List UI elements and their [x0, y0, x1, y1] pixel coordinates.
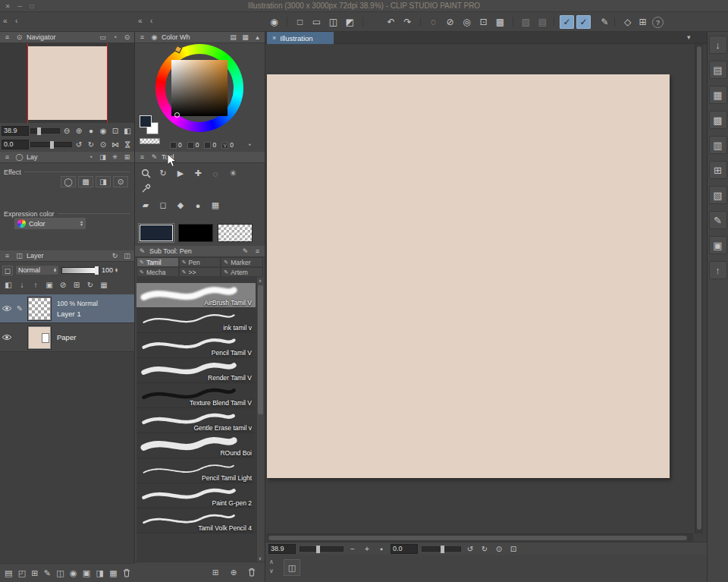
navigator-view-pie-icon[interactable]: ◔ [110, 33, 120, 42]
brush-item-paint-gpen[interactable]: Paint G-pen 2 [136, 483, 256, 508]
layer-option-button[interactable]: ◻ [2, 266, 13, 275]
dock-half-icon[interactable]: ◨ [96, 568, 104, 578]
color-slider-icon[interactable]: ▦ [240, 33, 250, 42]
color-history-clock-icon[interactable]: ◔ [244, 140, 254, 149]
figure-tool-icon[interactable]: ▦ [208, 199, 223, 212]
undo-icon[interactable]: ↶ [384, 15, 398, 29]
dock-table-icon[interactable]: ▦ [109, 568, 117, 578]
dock-window-icon[interactable]: ◰ [18, 568, 26, 578]
lock-transparent-icon[interactable]: ⊘ [58, 280, 68, 290]
selection-tool-icon[interactable]: ◌ [208, 167, 223, 180]
color-wheel-menu-icon[interactable]: ≡ [137, 33, 147, 42]
open-navigator-button[interactable]: ◫ [284, 559, 300, 576]
effect-tone-icon[interactable]: ▩ [78, 176, 93, 187]
effect-extract-icon[interactable]: ⊙ [113, 176, 128, 187]
clip-studio-logo-icon[interactable]: ◉ [267, 15, 281, 29]
layer1-visibility-icon[interactable] [0, 305, 14, 312]
material-upload-icon[interactable]: ↑ [709, 261, 727, 279]
layer-property-menu-icon[interactable]: ≡ [2, 153, 12, 162]
canvas-zoom-slider[interactable] [300, 546, 344, 552]
material-manga-icon[interactable]: ▩ [709, 111, 727, 129]
palette-tab-1-icon[interactable]: ◔ [86, 153, 96, 162]
layer-mask-button-icon[interactable]: ▦ [99, 280, 109, 290]
canvas-rotation-slider[interactable] [422, 546, 461, 552]
brush-item-tamil-volk-pencil[interactable]: Tamil Volk Pencil 4 [136, 508, 256, 533]
nav-rotate-cw-icon[interactable]: ↻ [86, 140, 96, 149]
canvas-zoom-fit-icon[interactable]: ▪ [376, 544, 387, 554]
delete-subtool-icon[interactable] [246, 568, 257, 577]
horizontal-scroll-thumb[interactable] [268, 536, 687, 540]
material-image-icon[interactable]: ▥ [709, 136, 727, 154]
fill-selection-icon[interactable]: ▩ [493, 15, 507, 29]
new-layer-icon[interactable]: ⊞ [71, 280, 82, 290]
navigator-preview[interactable] [0, 43, 134, 123]
expand-selection-icon[interactable]: ⊡ [476, 15, 491, 29]
subtool-tab-tamil[interactable]: ✎Tamil [136, 257, 179, 267]
subtool-tab-more[interactable]: ✎>> [179, 267, 221, 277]
navigator-zoom-input[interactable] [2, 126, 29, 136]
dock-trash-icon[interactable] [123, 568, 130, 577]
material-brush-icon[interactable]: ✎ [709, 211, 727, 229]
canvas-rotate-cw-icon[interactable]: ↻ [479, 544, 490, 554]
transparent-color-swatch[interactable] [140, 138, 160, 144]
material-3d-icon[interactable]: ⊞ [709, 161, 727, 179]
main-color-swatch[interactable] [140, 115, 152, 127]
zoom-tool-icon[interactable] [138, 167, 153, 180]
canvas-zoom-out-icon[interactable]: − [347, 544, 358, 554]
export-file-icon[interactable]: ◩ [343, 15, 357, 29]
layer-row-layer1[interactable]: ✎ 100 % Normal Layer 1 [0, 294, 134, 323]
layer-mask-icon[interactable]: ▧ [519, 15, 533, 29]
collapse-mid-panel-icon[interactable]: ‹ [150, 17, 152, 25]
brush-item-round-boi[interactable]: ROund Boi [136, 433, 256, 458]
layer1-thumbnail[interactable] [28, 297, 51, 320]
expression-color-select[interactable]: Color ▴▾ [14, 217, 86, 230]
color-set-icon[interactable]: ▤ [228, 33, 238, 42]
blend-tool-icon[interactable]: ◆ [173, 199, 188, 212]
expression-color-spinner[interactable]: ▴▾ [80, 221, 83, 226]
auto-select-tool-icon[interactable]: ✳ [225, 167, 240, 180]
scroll-down-icon[interactable]: ∨ [257, 555, 263, 562]
effect-halftone-icon[interactable]: ◨ [96, 176, 111, 187]
sv-cursor[interactable] [174, 112, 180, 118]
layer-palette-icon[interactable]: ◫ [122, 251, 132, 260]
material-layout-icon[interactable]: ▣ [709, 236, 727, 254]
operation-tool-icon[interactable]: ▶ [173, 167, 188, 180]
palette-tab-4-icon[interactable]: ⊞ [122, 153, 132, 162]
deselect-icon[interactable]: ◌ [426, 15, 441, 29]
help-icon[interactable]: ? [652, 17, 664, 28]
navigator-view-page-icon[interactable]: ▭ [98, 33, 108, 42]
nav-zoom-100-icon[interactable]: ● [86, 126, 96, 136]
tool-menu-icon[interactable]: ≡ [137, 153, 147, 162]
dock-pen-icon[interactable]: ✎ [44, 568, 51, 578]
subtool-tab-artem[interactable]: ✎Artem [221, 267, 263, 277]
layer-panel-menu-icon[interactable]: ≡ [2, 251, 12, 260]
brush-item-pencil-tamil[interactable]: Pencil Tamil V [136, 333, 256, 358]
lock-layer-icon[interactable]: ▣ [44, 280, 55, 290]
color-collapse-icon[interactable]: ▴ [253, 33, 262, 42]
dock-duplicate-icon[interactable]: ◫ [56, 568, 64, 578]
collapse-mid-column-icon[interactable]: « [138, 17, 143, 25]
clear-selection-icon[interactable]: ⊘ [443, 15, 457, 29]
brush-scroll-thumb[interactable] [258, 285, 263, 414]
navigator-zoom-slider[interactable] [30, 128, 60, 134]
brush-item-texture-blend[interactable]: Texture Blend Tamil V [136, 383, 256, 408]
effect-border-icon[interactable]: ◯ [61, 176, 76, 187]
dock-all-sides-icon[interactable]: ▤ [5, 568, 12, 578]
material-download-icon[interactable]: ↓ [709, 36, 727, 54]
collapse-left-panel-icon[interactable]: ‹ [15, 17, 17, 25]
canvas[interactable] [267, 74, 670, 478]
shape-tool-icon[interactable]: ◇ [620, 15, 635, 29]
nav-flip-vertical-icon[interactable]: ⋈ [123, 139, 133, 149]
nav-fit-width-icon[interactable]: ◧ [122, 126, 133, 136]
sub-tool-menu-icon[interactable]: ≡ [253, 247, 262, 256]
pen-tool-icon[interactable]: ▰ [138, 199, 153, 212]
blend-mode-select[interactable]: Normal ▴▾ [15, 265, 59, 275]
blend-mode-spinner[interactable]: ▴▾ [54, 268, 56, 273]
invert-selection-icon[interactable]: ◎ [460, 15, 474, 29]
main-drawing-color[interactable] [139, 224, 174, 242]
grid-view-icon[interactable]: ⊞ [635, 15, 650, 29]
material-monochrome-icon[interactable]: ▦ [709, 86, 727, 104]
eyedropper-tool-icon[interactable] [138, 182, 153, 195]
material-pose-icon[interactable]: ▧ [709, 186, 727, 204]
add-subtool-icon[interactable]: ⊕ [228, 568, 239, 577]
